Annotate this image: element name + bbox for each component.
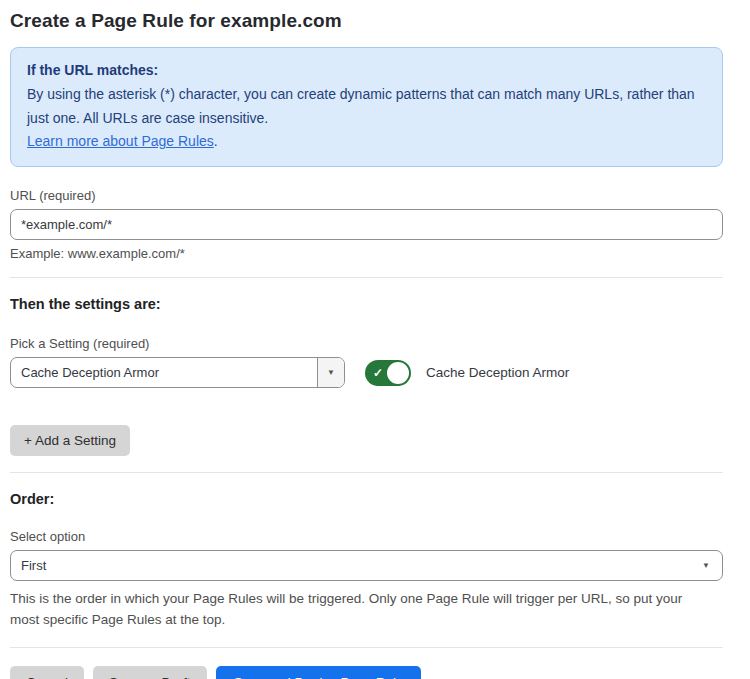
url-field-helper: Example: www.example.com/* — [10, 246, 723, 261]
pick-setting-label: Pick a Setting (required) — [10, 336, 723, 351]
learn-more-link[interactable]: Learn more about Page Rules — [27, 133, 214, 149]
order-helper-text: This is the order in which your Page Rul… — [10, 589, 710, 631]
toggle-label: Cache Deception Armor — [426, 365, 569, 380]
setting-select[interactable]: Cache Deception Armor ▼ — [10, 357, 345, 388]
info-box-heading: If the URL matches: — [27, 59, 706, 83]
save-and-deploy-button[interactable]: Save and Deploy Page Rule — [216, 666, 422, 679]
setting-select-arrow-button[interactable]: ▼ — [317, 358, 344, 387]
order-section-heading: Order: — [10, 491, 723, 507]
order-select-value: First — [21, 558, 702, 573]
url-input[interactable] — [10, 209, 723, 240]
settings-section-heading: Then the settings are: — [10, 296, 723, 312]
check-icon: ✓ — [373, 365, 383, 379]
info-box-body: By using the asterisk (*) character, you… — [27, 83, 706, 131]
cancel-button[interactable]: Cancel — [10, 666, 84, 679]
divider — [10, 277, 723, 278]
order-select-label: Select option — [10, 529, 723, 544]
setting-row: Cache Deception Armor ▼ ✓ Cache Deceptio… — [10, 357, 723, 388]
save-as-draft-button[interactable]: Save as Draft — [93, 666, 207, 679]
cache-deception-armor-toggle[interactable]: ✓ — [365, 360, 411, 386]
page-title: Create a Page Rule for example.com — [10, 10, 723, 32]
toggle-knob — [387, 362, 409, 384]
divider — [10, 472, 723, 473]
link-suffix: . — [214, 133, 218, 149]
divider — [10, 647, 723, 648]
url-field-label: URL (required) — [10, 188, 723, 203]
url-match-info-box: If the URL matches: By using the asteris… — [10, 47, 723, 167]
order-select[interactable]: First ▼ — [10, 550, 723, 581]
page-rule-form: Create a Page Rule for example.com If th… — [10, 0, 723, 679]
setting-select-value: Cache Deception Armor — [11, 358, 317, 387]
footer-actions: Cancel Save as Draft Save and Deploy Pag… — [10, 666, 723, 679]
chevron-down-icon: ▼ — [327, 369, 335, 377]
info-box-link-line: Learn more about Page Rules. — [27, 130, 706, 154]
chevron-down-icon: ▼ — [702, 562, 710, 570]
add-setting-button[interactable]: + Add a Setting — [10, 425, 130, 456]
